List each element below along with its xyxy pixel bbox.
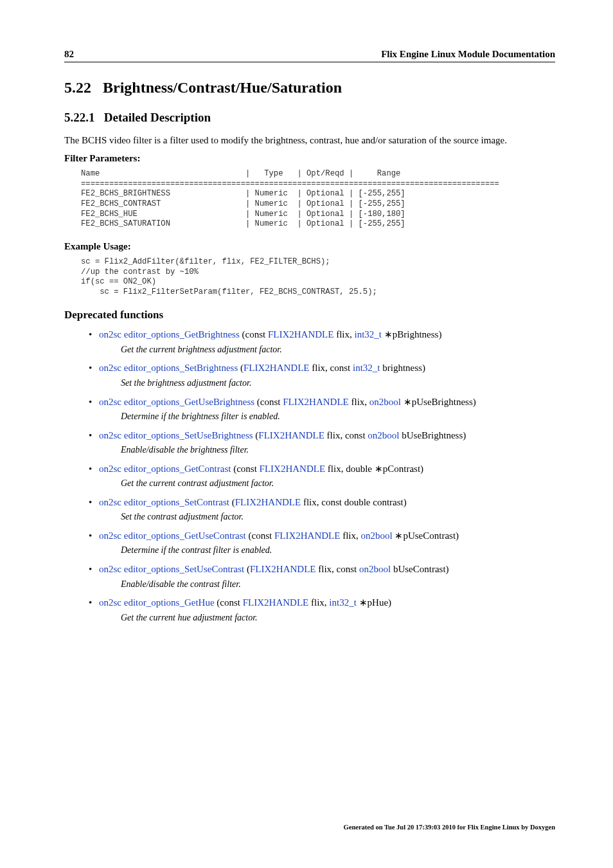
function-signature: on2sc editor_options_GetUseContrast (con… — [99, 529, 555, 542]
function-item: on2sc editor_options_SetContrast (FLIX2H… — [89, 496, 555, 523]
doc-link[interactable]: on2sc — [99, 430, 121, 440]
doc-link[interactable]: FLIX2HANDLE — [243, 597, 309, 608]
function-item: on2sc editor_options_SetUseContrast (FLI… — [89, 563, 555, 590]
doc-link[interactable]: FLIX2HANDLE — [244, 363, 310, 373]
doc-link[interactable]: editor_options_SetBrightness — [124, 363, 238, 373]
doc-link[interactable]: editor_options_GetUseContrast — [124, 530, 246, 541]
function-signature: on2sc editor_options_GetHue (const FLIX2… — [99, 596, 555, 609]
function-description: Enable/disable the contrast filter. — [121, 579, 555, 591]
doc-link[interactable]: FLIX2HANDLE — [260, 464, 326, 474]
function-list: on2sc editor_options_GetBrightness (cons… — [89, 328, 555, 624]
function-item: on2sc editor_options_GetUseContrast (con… — [89, 529, 555, 557]
function-item: on2sc editor_options_GetBrightness (cons… — [89, 328, 555, 356]
doc-link[interactable]: int32_t — [355, 329, 382, 339]
function-item: on2sc editor_options_SetBrightness (FLIX… — [89, 361, 555, 389]
doc-link[interactable]: on2sc — [99, 464, 121, 474]
function-signature: on2sc editor_options_SetBrightness (FLIX… — [99, 361, 555, 374]
doc-link[interactable]: FLIX2HANDLE — [283, 397, 349, 407]
deprecated-title: Deprecated functions — [64, 309, 555, 321]
filter-params-label: Filter Parameters: — [64, 153, 555, 164]
doc-link[interactable]: FLIX2HANDLE — [250, 564, 316, 574]
doc-link[interactable]: FLIX2HANDLE — [258, 430, 324, 440]
doc-link[interactable]: on2sc — [99, 497, 121, 507]
section-name: Brightness/Contrast/Hue/Saturation — [103, 79, 342, 96]
doc-link[interactable]: editor_options_GetHue — [124, 597, 215, 608]
asterisk: ∗ — [359, 597, 368, 608]
asterisk: ∗ — [375, 464, 383, 474]
function-item: on2sc editor_options_GetUseBrightness (c… — [89, 395, 555, 423]
page-header: 82 Flix Engine Linux Module Documentatio… — [64, 49, 555, 62]
doc-link[interactable]: int32_t — [329, 597, 357, 608]
function-description: Set the brightness adjustment factor. — [121, 377, 555, 390]
function-description: Determine if the brightness filter is en… — [121, 411, 555, 423]
doc-link[interactable]: int32_t — [353, 363, 380, 373]
doc-link[interactable]: on2sc — [99, 329, 121, 339]
subsection-title: 5.22.1 Detailed Description — [64, 111, 555, 125]
example-label: Example Usage: — [64, 241, 555, 252]
doc-link[interactable]: editor_options_SetUseBrightness — [124, 430, 253, 440]
doc-link[interactable]: on2sc — [99, 397, 121, 407]
doc-link[interactable]: on2sc — [99, 363, 121, 373]
function-signature: on2sc editor_options_SetContrast (FLIX2H… — [99, 496, 555, 509]
doc-link[interactable]: FLIX2HANDLE — [235, 497, 301, 507]
function-item: on2sc editor_options_GetHue (const FLIX2… — [89, 596, 555, 624]
function-signature: on2sc editor_options_SetUseContrast (FLI… — [99, 563, 555, 575]
doc-link[interactable]: editor_options_GetBrightness — [124, 329, 240, 339]
asterisk: ∗ — [384, 329, 393, 339]
doc-link[interactable]: editor_options_SetUseContrast — [124, 564, 245, 574]
function-description: Determine if the contrast filter is enab… — [121, 545, 555, 557]
doc-link[interactable]: on2bool — [369, 397, 401, 407]
doc-link[interactable]: on2sc — [99, 597, 121, 608]
function-item: on2sc editor_options_GetContrast (const … — [89, 462, 555, 490]
function-description: Get the current brightness adjustment fa… — [121, 344, 555, 356]
doc-link[interactable]: on2bool — [359, 564, 391, 574]
asterisk: ∗ — [395, 530, 403, 541]
intro-paragraph: The BCHS video filter is a filter used t… — [64, 134, 555, 147]
page-number: 82 — [64, 49, 74, 60]
function-signature: on2sc editor_options_GetUseBrightness (c… — [99, 395, 555, 408]
doc-link[interactable]: editor_options_SetContrast — [124, 497, 229, 507]
subsection-number: 5.22.1 — [64, 111, 95, 124]
doc-link[interactable]: FLIX2HANDLE — [274, 530, 341, 541]
function-description: Set the contrast adjustment factor. — [121, 511, 555, 523]
function-signature: on2sc editor_options_GetContrast (const … — [99, 462, 555, 475]
doc-link[interactable]: on2sc — [99, 530, 121, 541]
filter-params-code: Name | Type | Opt/Reqd | Range =========… — [81, 169, 555, 230]
doc-title: Flix Engine Linux Module Documentation — [381, 49, 555, 60]
doc-link[interactable]: on2bool — [361, 530, 393, 541]
function-description: Enable/disable the brightness filter. — [121, 444, 555, 457]
function-item: on2sc editor_options_SetUseBrightness (F… — [89, 429, 555, 457]
doc-link[interactable]: FLIX2HANDLE — [268, 329, 334, 339]
doc-link[interactable]: on2sc — [99, 564, 121, 574]
section-title: 5.22 Brightness/Contrast/Hue/Saturation — [64, 79, 555, 96]
function-description: Get the current hue adjustment factor. — [121, 612, 555, 624]
subsection-name: Detailed Description — [104, 111, 211, 124]
doc-link[interactable]: on2bool — [368, 430, 399, 440]
example-code: sc = Flix2_AddFilter(&filter, flix, FE2_… — [81, 257, 555, 297]
section-number: 5.22 — [64, 79, 91, 96]
page-footer: Generated on Tue Jul 20 17:39:03 2010 fo… — [344, 824, 555, 831]
function-signature: on2sc editor_options_SetUseBrightness (F… — [99, 429, 555, 442]
doc-link[interactable]: editor_options_GetUseBrightness — [124, 397, 254, 407]
function-signature: on2sc editor_options_GetBrightness (cons… — [99, 328, 555, 341]
doc-link[interactable]: editor_options_GetContrast — [124, 464, 231, 474]
function-description: Get the current contrast adjustment fact… — [121, 478, 555, 490]
asterisk: ∗ — [404, 397, 412, 407]
